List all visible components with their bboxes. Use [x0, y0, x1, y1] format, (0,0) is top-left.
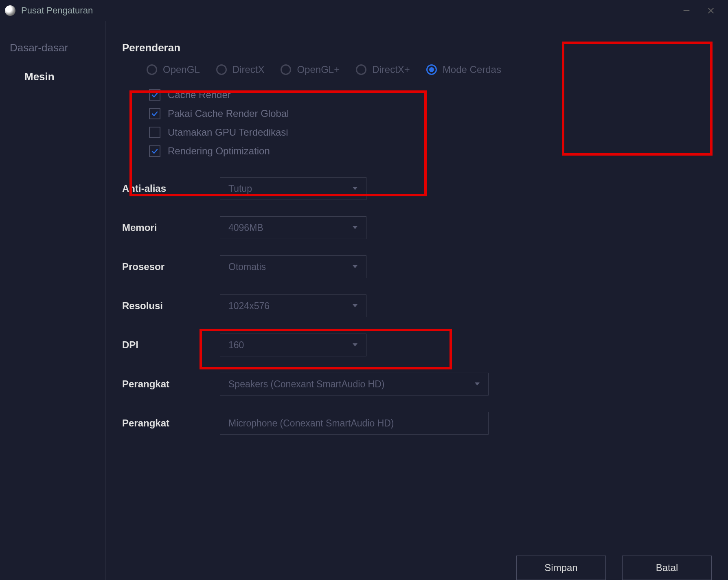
- chevron-down-icon: [351, 301, 359, 312]
- select-value: 1024x576: [228, 301, 270, 312]
- checkbox-box-icon: [149, 89, 160, 101]
- section-title-render: Perenderan: [122, 42, 712, 54]
- checkbox-box-icon: [149, 108, 160, 119]
- checkbox-label: Rendering Optimization: [168, 145, 270, 157]
- highlight-box: [562, 42, 713, 156]
- close-icon: [706, 6, 715, 15]
- select-anti-alias[interactable]: Tutup: [220, 177, 366, 200]
- select-resolution[interactable]: 1024x576: [220, 294, 366, 317]
- checkbox-label: Utamakan GPU Terdedikasi: [168, 127, 288, 138]
- svg-marker-7: [353, 343, 357, 347]
- select-dpi[interactable]: 160: [220, 334, 366, 356]
- select-value: Tutup: [228, 183, 252, 194]
- input-value: Microphone (Conexant SmartAudio HD): [228, 418, 394, 429]
- chevron-down-icon: [474, 379, 481, 390]
- titlebar: Pusat Pengaturan: [0, 0, 728, 21]
- radio-smart-mode[interactable]: Mode Cerdas: [426, 64, 501, 75]
- minimize-button[interactable]: [674, 2, 699, 19]
- render-checkbox-group: Cache Render Pakai Cache Render Global U…: [147, 85, 440, 161]
- close-button[interactable]: [699, 2, 723, 19]
- label-dpi: DPI: [122, 339, 220, 351]
- input-device-input[interactable]: Microphone (Conexant SmartAudio HD): [220, 412, 489, 435]
- label-memory: Memori: [122, 222, 220, 233]
- select-value: Speakers (Conexant SmartAudio HD): [228, 379, 385, 390]
- svg-marker-8: [475, 382, 480, 386]
- sidebar-item-engine[interactable]: Mesin: [0, 62, 105, 91]
- chevron-down-icon: [351, 340, 359, 351]
- checkbox-cache-render[interactable]: Cache Render: [149, 89, 436, 101]
- checkbox-label: Pakai Cache Render Global: [168, 108, 289, 119]
- sidebar: Dasar-dasar Mesin: [0, 21, 106, 580]
- checkbox-render-optimization[interactable]: Rendering Optimization: [149, 145, 436, 157]
- render-mode-group: OpenGL DirectX OpenGL+ DirectX+ Mode Cer…: [147, 64, 712, 75]
- label-processor: Prosesor: [122, 261, 220, 272]
- select-value: 4096MB: [228, 222, 263, 233]
- label-anti-alias: Anti-alias: [122, 183, 220, 194]
- select-value: 160: [228, 340, 244, 351]
- main-panel: Perenderan OpenGL DirectX OpenGL+ Direct…: [106, 21, 728, 580]
- radio-dot-icon: [147, 64, 157, 75]
- sidebar-item-label: Dasar-dasar: [10, 42, 68, 54]
- checkbox-global-cache[interactable]: Pakai Cache Render Global: [149, 108, 436, 119]
- svg-marker-6: [353, 304, 357, 308]
- chevron-down-icon: [351, 183, 359, 194]
- radio-dot-icon: [281, 64, 291, 75]
- svg-marker-5: [353, 265, 357, 268]
- minimize-icon: [682, 6, 691, 15]
- radio-directx-plus[interactable]: DirectX+: [356, 64, 410, 75]
- button-label: Batal: [656, 562, 678, 573]
- checkbox-dedicated-gpu[interactable]: Utamakan GPU Terdedikasi: [149, 127, 436, 138]
- radio-opengl-plus[interactable]: OpenGL+: [281, 64, 340, 75]
- radio-dot-icon: [216, 64, 227, 75]
- sidebar-item-basics[interactable]: Dasar-dasar: [0, 33, 105, 62]
- svg-marker-4: [353, 226, 357, 229]
- checkbox-box-icon: [149, 127, 160, 138]
- app-logo-icon: [5, 5, 15, 16]
- select-processor[interactable]: Otomatis: [220, 255, 366, 278]
- radio-opengl[interactable]: OpenGL: [147, 64, 200, 75]
- radio-label: OpenGL: [163, 64, 200, 75]
- save-button[interactable]: Simpan: [516, 556, 606, 580]
- chevron-down-icon: [351, 222, 359, 233]
- chevron-down-icon: [351, 261, 359, 272]
- radio-dot-icon: [356, 64, 366, 75]
- select-device-output[interactable]: Speakers (Conexant SmartAudio HD): [220, 373, 489, 395]
- radio-label: DirectX+: [372, 64, 410, 75]
- label-device-input: Perangkat: [122, 417, 220, 429]
- cancel-button[interactable]: Batal: [622, 556, 712, 580]
- radio-label: OpenGL+: [297, 64, 340, 75]
- sidebar-item-label: Mesin: [24, 70, 55, 83]
- button-label: Simpan: [544, 562, 577, 573]
- checkbox-label: Cache Render: [168, 89, 231, 101]
- window-title: Pusat Pengaturan: [21, 5, 674, 16]
- select-value: Otomatis: [228, 261, 266, 272]
- footer: Simpan Batal: [516, 556, 712, 580]
- label-resolution: Resolusi: [122, 300, 220, 312]
- radio-dot-icon: [426, 64, 437, 75]
- radio-label: DirectX: [232, 64, 265, 75]
- checkbox-box-icon: [149, 145, 160, 157]
- select-memory[interactable]: 4096MB: [220, 216, 366, 239]
- svg-marker-3: [353, 187, 357, 190]
- label-device-output: Perangkat: [122, 378, 220, 390]
- radio-label: Mode Cerdas: [443, 64, 501, 75]
- radio-directx[interactable]: DirectX: [216, 64, 265, 75]
